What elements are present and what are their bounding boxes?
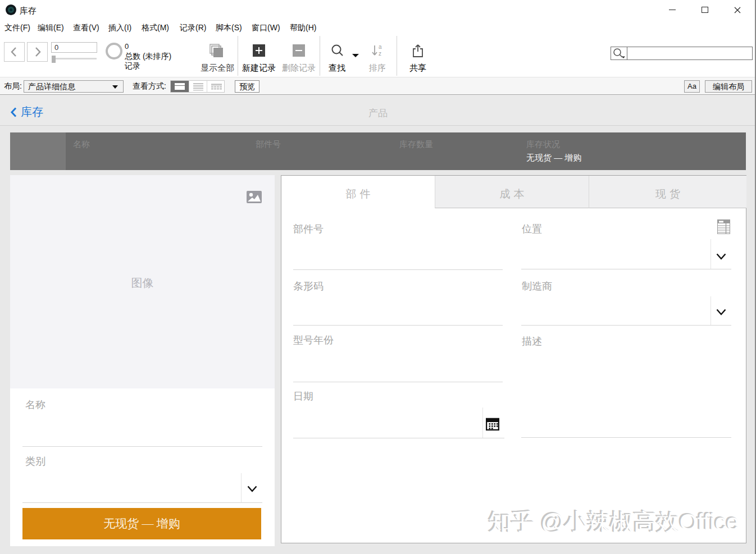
svg-text:z: z — [379, 51, 381, 57]
svg-text:a: a — [379, 44, 382, 50]
